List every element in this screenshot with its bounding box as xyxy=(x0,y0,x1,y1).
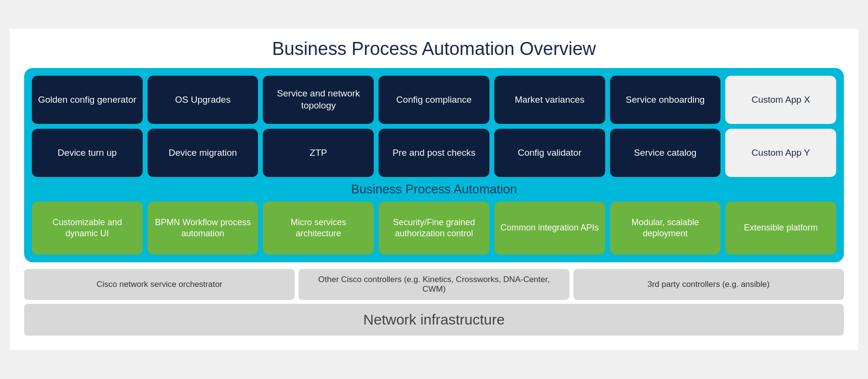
page-wrapper: Business Process Automation Overview Gol… xyxy=(10,29,858,350)
bpa-label: Business Process Automation xyxy=(32,182,836,197)
page-title: Business Process Automation Overview xyxy=(24,39,844,59)
cisco-nso-box: Cisco network service orchestrator xyxy=(24,269,295,300)
golden-config-card: Golden config generator xyxy=(32,76,143,124)
micro-services-card: Micro services architecture xyxy=(263,202,374,255)
cyan-container: Golden config generator OS Upgrades Serv… xyxy=(24,68,844,262)
ztp-card: ZTP xyxy=(263,129,374,177)
security-auth-card: Security/Fine grained authorization cont… xyxy=(379,202,489,255)
common-integration-card: Common integration APIs xyxy=(494,202,605,255)
extensible-platform-card: Extensible platform xyxy=(725,202,836,255)
market-variances-card: Market variances xyxy=(494,76,605,124)
customizable-ui-card: Customizable and dynamic UI xyxy=(32,202,143,255)
device-migration-card: Device migration xyxy=(148,129,258,177)
service-onboarding-card: Service onboarding xyxy=(610,76,721,124)
other-cisco-controllers-box: Other Cisco controllers (e.g. Kinetics, … xyxy=(298,269,569,300)
config-compliance-card: Config compliance xyxy=(379,76,489,124)
service-network-topology-card: Service and network topology xyxy=(263,76,374,124)
os-upgrades-card: OS Upgrades xyxy=(148,76,258,124)
network-infrastructure-label: Network infrastructure xyxy=(24,304,844,336)
service-catalog-card: Service catalog xyxy=(610,129,721,177)
custom-app-y-card: Custom App Y xyxy=(725,129,836,177)
custom-app-x-card: Custom App X xyxy=(725,76,836,124)
device-turnup-card: Device turn up xyxy=(32,129,143,177)
controllers-row: Cisco network service orchestrator Other… xyxy=(24,269,844,300)
pre-post-checks-card: Pre and post checks xyxy=(379,129,489,177)
modular-scalable-card: Modular, scalable deployment xyxy=(610,202,721,255)
green-row: Customizable and dynamic UI BPMN Workflo… xyxy=(32,202,836,255)
bottom-section: Cisco network service orchestrator Other… xyxy=(24,269,844,336)
third-party-controllers-box: 3rd party controllers (e.g. ansible) xyxy=(573,269,844,300)
card-row-1: Golden config generator OS Upgrades Serv… xyxy=(32,76,836,124)
config-validator-card: Config validator xyxy=(494,129,605,177)
card-row-2: Device turn up Device migration ZTP Pre … xyxy=(32,129,836,177)
bpmn-workflow-card: BPMN Workflow process automation xyxy=(148,202,258,255)
top-rows: Golden config generator OS Upgrades Serv… xyxy=(32,76,836,177)
